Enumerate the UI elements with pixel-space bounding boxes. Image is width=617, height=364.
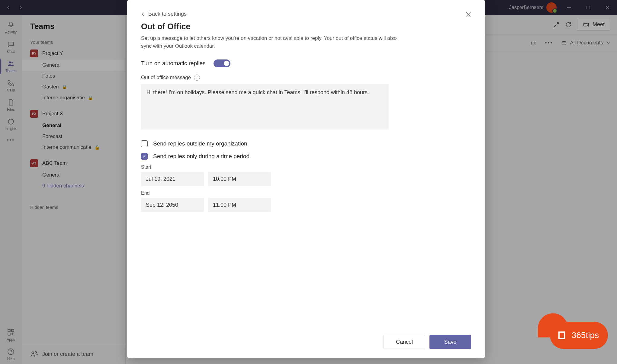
svg-point-9: [11, 353, 11, 353]
out-of-office-modal: Back to settings Out of Office Set up a …: [127, 0, 485, 358]
svg-point-3: [11, 62, 13, 63]
svg-point-2: [9, 61, 11, 63]
info-icon[interactable]: i: [194, 75, 200, 81]
channel-general[interactable]: General: [22, 170, 125, 180]
modal-description: Set up a message to let others know you'…: [141, 34, 404, 50]
team-name: ABC Team: [42, 160, 67, 166]
automatic-replies-toggle[interactable]: [214, 59, 230, 67]
time-period-label: Send replies only during a time period: [153, 153, 249, 160]
alldocs-label: All Documents: [570, 40, 603, 46]
out-of-office-message-input[interactable]: [141, 84, 389, 129]
rail-label: Apps: [7, 337, 15, 342]
channel-general[interactable]: General: [22, 60, 125, 71]
join-label: Join or create a team: [42, 351, 93, 357]
lock-icon: 🔒: [62, 85, 67, 89]
toggle-label: Turn on automatic replies: [141, 60, 206, 67]
cancel-button[interactable]: Cancel: [384, 335, 425, 349]
meet-label: Meet: [593, 21, 605, 28]
svg-point-11: [35, 352, 37, 353]
your-teams-label: Your teams: [22, 34, 125, 47]
nav-forward-button[interactable]: [14, 2, 27, 14]
save-button[interactable]: Save: [429, 335, 471, 349]
rail-label: Activity: [5, 30, 17, 34]
refresh-icon[interactable]: [565, 21, 572, 28]
back-label: Back to settings: [148, 11, 187, 17]
hidden-channels-link[interactable]: 9 hidden channels: [22, 180, 125, 191]
rail-item-calls[interactable]: Calls: [0, 76, 22, 95]
close-button[interactable]: [465, 11, 472, 19]
modal-title: Out of Office: [141, 22, 471, 31]
channel-interne-organisatie[interactable]: Interne organisatie🔒: [22, 92, 125, 103]
nav-back-button[interactable]: [2, 2, 14, 14]
file-icon: [7, 98, 15, 106]
rail-item-insights[interactable]: Insights: [0, 115, 22, 134]
teams-icon: [7, 60, 15, 68]
rail-more-button[interactable]: •••: [0, 134, 22, 146]
rail-item-activity[interactable]: Activity: [0, 18, 22, 37]
rail-label: Teams: [5, 69, 16, 73]
app-rail: Activity Chat Teams Calls Files Insights…: [0, 15, 22, 364]
more-icon[interactable]: •••: [545, 40, 553, 46]
hidden-teams-label: Hidden teams: [22, 199, 125, 212]
start-date-input[interactable]: Jul 19, 2021: [141, 172, 204, 186]
back-to-settings-link[interactable]: Back to settings: [141, 11, 471, 17]
outside-org-checkbox[interactable]: [141, 140, 148, 147]
rail-item-teams[interactable]: Teams: [0, 57, 22, 76]
avatar: [546, 2, 557, 13]
time-period-checkbox[interactable]: [141, 153, 148, 160]
close-icon: [465, 11, 472, 18]
rail-label: Chat: [7, 49, 14, 54]
svg-rect-12: [584, 23, 587, 26]
team-row-project-x[interactable]: PX Project X: [22, 107, 125, 120]
watermark-text: 365tips: [572, 330, 599, 340]
chevron-down-icon: [606, 41, 610, 45]
window-maximize-button[interactable]: [581, 2, 595, 14]
rail-label: Insights: [5, 127, 17, 131]
video-icon: [583, 21, 590, 28]
team-name: Project X: [42, 111, 63, 117]
start-time-input[interactable]: 10:00 PM: [208, 172, 271, 186]
window-close-button[interactable]: [601, 2, 615, 14]
channel-interne-communicatie[interactable]: Interne communicatie🔒: [22, 142, 125, 153]
end-time-input[interactable]: 11:00 PM: [208, 198, 271, 212]
truncated-button[interactable]: ge: [531, 40, 537, 46]
channel-label: Interne organisatie: [42, 95, 85, 101]
rail-item-apps[interactable]: Apps: [0, 325, 22, 345]
channel-fotos[interactable]: Fotos: [22, 71, 125, 81]
sidebar: Teams Your teams PY Project Y General Fo…: [22, 15, 126, 364]
rail-label: Help: [7, 357, 15, 361]
phone-icon: [7, 79, 15, 87]
rail-item-help[interactable]: Help: [0, 345, 22, 364]
end-date-input[interactable]: Sep 12, 2050: [141, 198, 204, 212]
team-row-project-y[interactable]: PY Project Y: [22, 47, 125, 60]
expand-icon[interactable]: [553, 21, 560, 28]
bell-icon: [7, 21, 15, 29]
channel-label: Gasten: [42, 84, 59, 90]
channel-gasten[interactable]: Gasten🔒: [22, 81, 125, 92]
message-label: Out of office message: [141, 75, 191, 81]
view-selector[interactable]: All Documents: [561, 40, 610, 46]
channel-label: General: [42, 62, 60, 68]
meet-button[interactable]: Meet: [577, 19, 610, 31]
channel-general[interactable]: General: [22, 120, 125, 131]
team-row-abc-team[interactable]: AT ABC Team: [22, 157, 125, 170]
chat-icon: [7, 40, 15, 48]
team-name: Project Y: [42, 50, 63, 56]
window-minimize-button[interactable]: [562, 2, 576, 14]
current-user[interactable]: JasperBernaers: [509, 2, 557, 13]
team-avatar: AT: [30, 159, 38, 167]
rail-item-files[interactable]: Files: [0, 95, 22, 115]
watermark-badge: 365tips: [550, 322, 608, 349]
end-label: End: [141, 190, 471, 196]
svg-point-10: [32, 352, 34, 354]
chevron-left-icon: [141, 12, 145, 16]
user-name-label: JasperBernaers: [509, 5, 543, 10]
channel-forecast[interactable]: Forecast: [22, 131, 125, 142]
join-create-team-button[interactable]: Join or create a team: [22, 344, 125, 364]
office-icon: [557, 330, 567, 340]
people-add-icon: [30, 350, 38, 358]
svg-rect-5: [8, 329, 10, 332]
outside-org-label: Send replies outside my organization: [153, 140, 247, 147]
rail-item-chat[interactable]: Chat: [0, 37, 22, 57]
svg-rect-6: [11, 329, 14, 332]
